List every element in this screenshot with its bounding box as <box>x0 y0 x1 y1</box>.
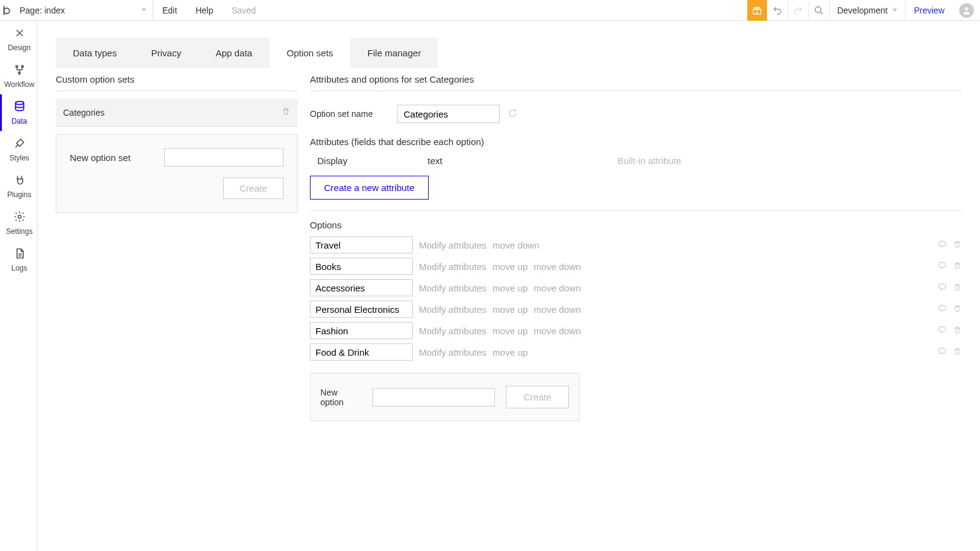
rail-item-settings[interactable]: Settings <box>0 204 37 241</box>
trash-icon[interactable] <box>282 107 290 118</box>
option-set-row[interactable]: Categories <box>56 99 298 127</box>
trash-icon[interactable] <box>953 347 962 358</box>
option-name-input[interactable] <box>310 258 413 275</box>
trash-icon[interactable] <box>953 304 962 315</box>
move-down-link[interactable]: move down <box>534 304 581 315</box>
attribute-builtin-label: Built-in attribute <box>617 156 681 166</box>
options-heading: Options <box>310 220 962 230</box>
option-name-input[interactable] <box>310 322 413 339</box>
move-down-link[interactable]: move down <box>534 261 581 272</box>
avatar[interactable] <box>959 3 974 18</box>
svg-rect-4 <box>15 65 18 67</box>
option-row: Modify attributesmove upmove down <box>310 322 962 339</box>
new-option-input[interactable] <box>372 388 495 407</box>
create-option-set-button[interactable]: Create <box>223 178 284 199</box>
rail-item-workflow[interactable]: Workflow <box>0 58 37 94</box>
logs-icon <box>13 247 26 261</box>
option-set-name-input[interactable] <box>397 105 500 123</box>
preview-link[interactable]: Preview <box>905 0 953 21</box>
move-up-link[interactable]: move up <box>492 283 528 293</box>
new-option-set-input[interactable] <box>164 148 284 167</box>
modify-attributes-link[interactable]: Modify attributes <box>419 304 486 315</box>
search-icon <box>814 6 824 15</box>
option-row: Modify attributesmove upmove down <box>310 279 962 296</box>
search-button[interactable] <box>809 0 829 21</box>
modify-attributes-link[interactable]: Modify attributes <box>419 326 486 336</box>
tab-privacy[interactable]: Privacy <box>134 38 198 68</box>
right-panel-heading: Attributes and options for set Categorie… <box>310 68 962 91</box>
svg-point-11 <box>939 284 946 290</box>
trash-icon[interactable] <box>953 326 962 336</box>
option-name-input[interactable] <box>310 301 413 318</box>
undo-button[interactable] <box>767 0 788 21</box>
option-name-input[interactable] <box>310 279 413 296</box>
option-set-row-label: Categories <box>63 108 105 118</box>
move-up-link[interactable]: move up <box>492 261 528 272</box>
move-down-link[interactable]: move down <box>534 283 581 293</box>
option-name-input[interactable] <box>310 343 413 361</box>
move-down-link[interactable]: move down <box>534 326 581 336</box>
trash-icon[interactable] <box>953 283 962 293</box>
app-logo <box>0 0 13 21</box>
svg-point-2 <box>815 7 821 12</box>
move-up-link[interactable]: move up <box>492 347 528 358</box>
modify-attributes-link[interactable]: Modify attributes <box>419 347 486 358</box>
comment-icon[interactable] <box>938 239 947 250</box>
page-selector[interactable]: Page: index <box>13 0 153 21</box>
svg-point-7 <box>15 101 23 104</box>
undo-icon <box>772 6 782 15</box>
trash-icon[interactable] <box>953 240 962 250</box>
rail-item-logs[interactable]: Logs <box>0 241 37 278</box>
rail-item-design[interactable]: Design <box>0 21 37 58</box>
svg-point-9 <box>939 241 946 247</box>
move-up-link[interactable]: move up <box>492 326 528 336</box>
comment-icon[interactable] <box>938 282 947 293</box>
modify-attributes-link[interactable]: Modify attributes <box>419 240 486 250</box>
new-option-set-label: New option set <box>70 152 153 163</box>
saved-status: Saved <box>222 0 265 21</box>
move-up-link[interactable]: move up <box>492 304 528 315</box>
tab-file-manager[interactable]: File manager <box>350 38 439 68</box>
comment-icon[interactable] <box>938 304 947 315</box>
new-option-label: New option <box>320 388 361 407</box>
comment-icon[interactable] <box>938 325 947 336</box>
tab-option-sets[interactable]: Option sets <box>270 38 350 68</box>
redo-button[interactable] <box>788 0 809 21</box>
page-selector-label: Page: index <box>20 6 65 15</box>
modify-attributes-link[interactable]: Modify attributes <box>419 261 486 272</box>
comment-icon[interactable] <box>938 261 947 272</box>
rail-item-styles[interactable]: Styles <box>0 131 37 168</box>
move-down-link[interactable]: move down <box>492 240 540 250</box>
attribute-row: Display text Built-in attribute <box>310 147 962 166</box>
environment-selector[interactable]: Development <box>829 0 905 21</box>
gift-icon <box>752 6 762 15</box>
option-name-input[interactable] <box>310 236 413 253</box>
trash-icon[interactable] <box>953 261 962 272</box>
tab-data-types[interactable]: Data types <box>56 38 134 68</box>
logo-icon <box>1 5 12 16</box>
svg-point-8 <box>18 215 21 218</box>
gift-button[interactable] <box>747 0 767 21</box>
menu-edit[interactable]: Edit <box>153 0 186 21</box>
rail-label: Styles <box>9 154 29 162</box>
new-option-set-panel: New option set Create <box>56 134 298 213</box>
tab-app-data[interactable]: App data <box>198 38 270 68</box>
option-list: Modify attributesmove downModify attribu… <box>310 236 962 361</box>
svg-point-12 <box>939 305 946 311</box>
left-nav-rail: Design Workflow Data Styles Plugins Sett… <box>0 21 37 551</box>
comment-icon[interactable] <box>938 347 947 358</box>
svg-point-14 <box>939 348 946 354</box>
rail-item-plugins[interactable]: Plugins <box>0 168 37 204</box>
tabs: Data types Privacy App data Option sets … <box>56 38 962 68</box>
create-attribute-button[interactable]: Create a new attribute <box>310 176 429 200</box>
menu-help[interactable]: Help <box>186 0 222 21</box>
modify-attributes-link[interactable]: Modify attributes <box>419 283 486 293</box>
plugins-icon <box>13 174 26 188</box>
attribute-type: text <box>428 156 550 166</box>
gear-icon <box>13 211 26 225</box>
comment-icon[interactable] <box>507 108 517 120</box>
rail-label: Plugins <box>7 190 31 199</box>
create-option-button[interactable]: Create <box>506 386 569 408</box>
rail-item-data[interactable]: Data <box>0 94 37 131</box>
svg-point-13 <box>939 327 946 332</box>
